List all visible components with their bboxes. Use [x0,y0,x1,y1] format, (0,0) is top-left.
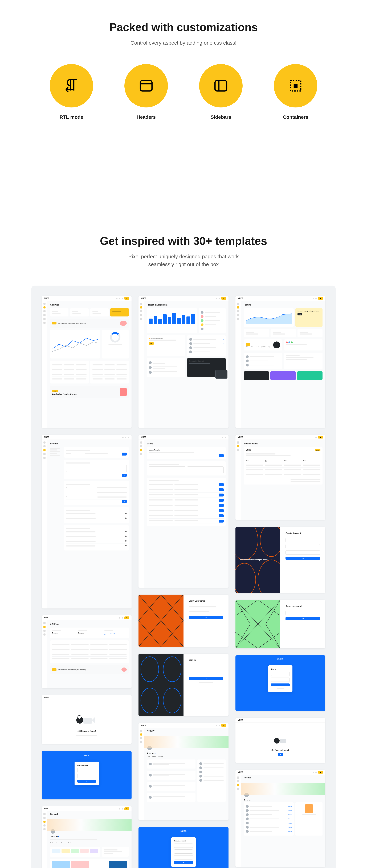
page-title: Billing [147,442,226,445]
promo-text: Get instant live results for only $9.99 … [246,346,272,347]
svg-point-22 [235,527,258,560]
template-festive[interactable]: MUZE⬆ Festive [235,296,325,428]
page-title: 404 Page not found! [271,749,289,751]
exclusive-title: Exclusive discount [151,337,163,339]
user-name: Bruce Lee [147,752,154,754]
logo: MUZE [238,436,243,438]
verify-button: ●●● [189,616,223,619]
page-title: Create Account [174,840,193,842]
feature-headers: Headers [124,64,168,120]
containers-icon [274,64,317,107]
page-title: Settings [50,442,129,445]
template-verify-email[interactable]: Verify your email ●●● [139,595,228,647]
templates-grid: MUZE ⬆ [42,296,325,868]
svg-point-23 [258,560,280,593]
template-sign-in-centered[interactable]: MUZE. Sign in ● [235,655,325,711]
template-analytics[interactable]: MUZE ⬆ [42,296,132,428]
download-text: Download our Amazing Chat app [52,393,118,395]
page-title: API Keys [50,623,129,625]
template-friends[interactable]: MUZE⬆ Friends Bruce Lee ● Follow [235,770,325,867]
feature-sidebars-label: Sidebars [210,115,231,120]
template-general[interactable]: MUZE⬆ General Bruce Lee ● PostsAboutFr [42,806,132,868]
template-invoice[interactable]: MUZE⬆ Invoice details MUZE PAID [235,435,325,520]
nav-icon [44,314,46,316]
templates-subtitle-l2: seamlessly right out of the box [148,261,219,267]
logo: MUZE [246,449,251,452]
feature-rtl-label: RTL mode [60,115,83,120]
template-billing[interactable]: MUZE Billing You're Pro plan ● [139,435,228,588]
templates-section: Get inspired with 30+ templates Pixel pe… [0,141,367,868]
page-title: Activity [147,730,226,732]
template-activity[interactable]: MUZE⬆ Activity Bruce Lee ● PostsAboutFri… [139,723,228,820]
svg-point-16 [141,657,159,682]
avatar [122,298,123,299]
page-title: Project management [147,304,226,306]
logo: MUZE [44,696,49,699]
page-title: Sign in [189,659,223,661]
page-title: Analytics [50,304,129,306]
template-settings[interactable]: MUZE Settings [42,435,132,609]
save-button: ● [122,500,127,503]
headers-icon [124,64,168,107]
signin-button: ●●● [189,677,223,680]
customizations-subtitle: Control every aspect by adding one css c… [0,39,367,47]
template-sign-in[interactable]: Sign in ●●● [139,654,228,716]
svg-point-17 [163,657,181,682]
svg-rect-30 [280,739,286,743]
feature-containers: Containers [274,64,317,120]
template-new-password[interactable]: MUZE. New password ● [42,751,132,799]
nav-icon [44,310,46,312]
save-button: ● [122,453,127,456]
feature-containers-label: Containers [283,115,308,120]
customizations-section: Packed with customizations Control every… [0,0,367,141]
page-title: 404 Page not found! [78,730,96,732]
logo: MUZE [238,771,243,773]
crazy-dashboards-text: Crazy dashboards for digital people [239,559,269,561]
svg-rect-8 [83,718,92,723]
svg-point-24 [260,527,280,557]
page-title: Create Account [285,532,320,534]
page-title: Friends [244,776,322,779]
badge: ⚡ [52,322,56,324]
templates-subtitle-l1: Pixel perfect uniquely designed pages th… [128,254,238,259]
logo: MUZE [44,617,49,619]
template-reset-password[interactable]: Reset password ●●● [235,600,325,648]
svg-point-18 [141,688,159,713]
svg-point-29 [274,738,280,744]
logo: MUZE [238,298,243,299]
svg-marker-9 [92,717,95,723]
user-name: Bruce Lee [50,836,58,837]
logo: MUZE [141,436,146,438]
template-404-illustrated[interactable]: MUZE 404 Page not found! [42,695,132,744]
nav-icon [44,318,46,320]
templates-container: MUZE ⬆ [31,286,336,868]
template-create-account-split[interactable]: Crazy dashboards for digital people Crea… [235,527,325,593]
plan-title: You're Pro plan [149,449,223,451]
template-create-account-centered[interactable]: MUZE. Create Account ● [139,827,228,868]
feature-rtl: RTL mode [50,64,93,120]
upgrade-button: ● [219,454,224,457]
page-title: New password [77,764,96,766]
page-title: Reset password [285,605,320,608]
templates-col-1: MUZE ⬆ [42,296,132,868]
submit-button: ● [271,683,290,686]
promo-text: Get instant live results for only $9.99 … [58,322,118,324]
features-row: RTL mode Headers Sidebars [0,64,367,120]
logo: MUZE [141,724,146,726]
promo-text: Get instant live results for only $9.99 … [58,669,120,671]
feature-headers-label: Headers [137,115,156,120]
svg-point-19 [163,688,181,713]
template-api-keys[interactable]: MUZE⬆ API Keys 3 users 9 pages [42,615,132,688]
svg-rect-2 [215,81,227,91]
submit-button: ●●● [285,617,320,620]
logo: MUZE [141,298,146,299]
page-title: Verify your email [189,600,223,602]
templates-col-2: MUZE⬆ Project management [139,296,228,868]
sidebars-icon [199,64,243,107]
submit-button: ● [174,861,193,864]
template-project-management[interactable]: MUZE⬆ Project management [139,296,228,428]
logo: MUZE [277,658,283,660]
save-button: ● [122,474,127,477]
badge: NEW [52,390,58,392]
template-404-simple[interactable]: MUZE 404 Page not found! ● [235,718,325,763]
